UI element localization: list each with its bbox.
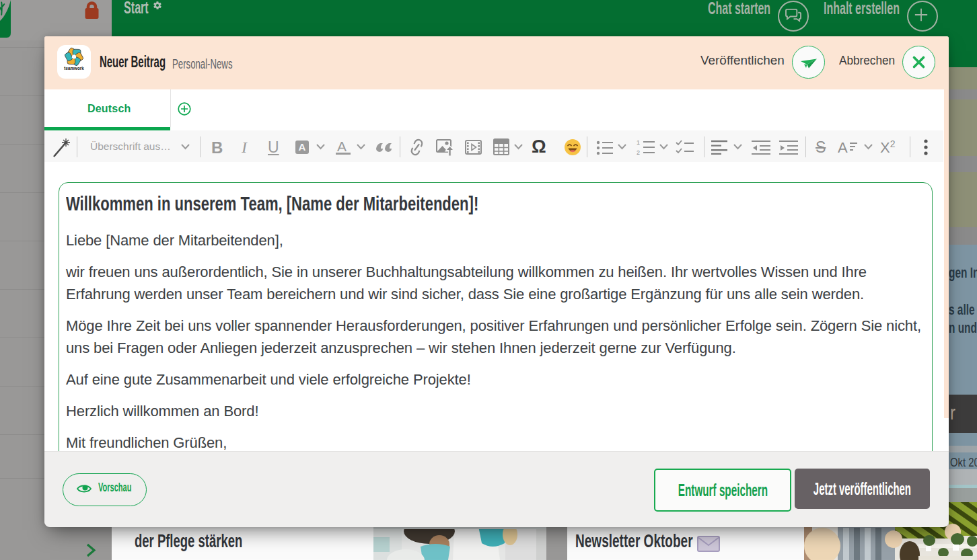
svg-text:2: 2 — [637, 149, 640, 156]
svg-text:teamwork: teamwork — [64, 66, 84, 71]
svg-text:A: A — [838, 139, 848, 155]
svg-text:1: 1 — [637, 139, 640, 146]
